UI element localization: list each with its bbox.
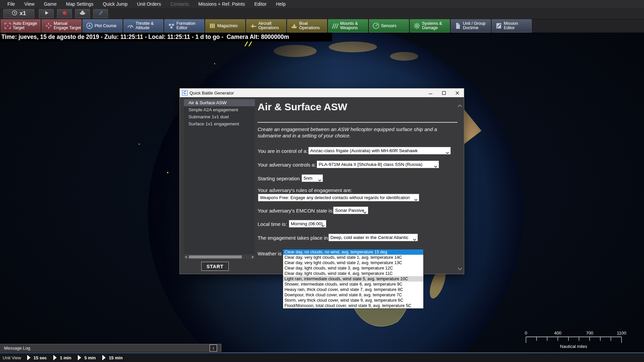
toolbar-unit-group-doctrine[interactable]: Unit / GroupDoctrine [451, 19, 491, 33]
ammo-icon [207, 22, 217, 30]
menu-bar: File View Game Map Settings Quick Jump U… [0, 0, 644, 8]
scroll-right-icon[interactable] [252, 256, 254, 258]
menu-unit-orders[interactable]: Unit Orders [132, 0, 166, 8]
menu-file[interactable]: File [3, 0, 20, 8]
scenario-item-air-surface-asw[interactable]: Air & Surface ASW [184, 99, 255, 106]
scenario-heading: Air & Surface ASW [258, 101, 347, 113]
toolbar-formation-editor[interactable]: FormationEditor [164, 19, 204, 33]
control-label: You are in control of a: [258, 148, 308, 154]
chevron-down-icon [318, 177, 321, 182]
weather-option[interactable]: Flood/Monsoon, total cloud cover, wind s… [283, 303, 423, 308]
scenario-item-surface-1v1[interactable]: Surface 1v1 engagement [184, 120, 255, 127]
weather-listbox[interactable]: Clear day, no clouds, no wind, avg. temp… [283, 249, 424, 309]
toolbar-label: Target [13, 26, 37, 30]
toolbar-throttle-altitude[interactable]: Throttle &Altitude [123, 19, 163, 33]
pointer-button[interactable] [93, 9, 108, 18]
time-compression-value: x1 [20, 10, 26, 17]
toolbar-label: Plot Course [95, 24, 116, 28]
toolbar-sensors[interactable]: Sensors [369, 19, 409, 33]
chevron-down-icon [414, 197, 418, 201]
chevron-down-icon [434, 164, 437, 168]
toolbar-boat-operations[interactable]: BoatOperations [287, 19, 327, 33]
play-step-icon [27, 355, 31, 360]
play-button[interactable] [39, 9, 54, 18]
dialog-titlebar[interactable]: C Quick Battle Generator [180, 88, 464, 97]
weather-option[interactable]: Heavy rain, thick cloud cover, wind stat… [283, 287, 423, 292]
toolbar-aircraft-operations[interactable]: AircraftOperations [246, 19, 286, 33]
toolbar-manual-engage-target[interactable]: ManualEngage Target [42, 19, 82, 33]
scenario-item-simple-a2a[interactable]: Simple A2A engagement [184, 106, 255, 113]
emcon-select[interactable]: Sonar Passive [333, 206, 368, 214]
location-select[interactable]: Deep, cold water in the Central Atlantic [328, 234, 418, 241]
time-step-15sec[interactable]: 15 sec [27, 355, 47, 360]
document-pencil-icon [494, 22, 504, 30]
weather-option[interactable]: Downpour, thick cloud cover, wind state … [283, 292, 423, 298]
chevron-down-icon [446, 150, 449, 155]
toolbar-magazines[interactable]: Magazines [205, 19, 245, 33]
separation-select-value: 5nm [304, 176, 312, 181]
message-log-bar[interactable]: Message Log ↑ [0, 344, 221, 352]
roe-select[interactable]: Weapons Free: Engage any detected contac… [258, 194, 419, 201]
minimize-button[interactable] [424, 88, 437, 97]
menu-game[interactable]: Game [39, 0, 61, 8]
time-step-15min[interactable]: 15 min [102, 355, 122, 360]
menu-help[interactable]: Help [271, 0, 290, 8]
content-scroll-down-icon[interactable] [458, 265, 462, 272]
menu-missions-ref-points[interactable]: Missions + Ref. Points [194, 0, 250, 8]
weather-option[interactable]: Storm, very thick cloud cover, wind stat… [283, 298, 423, 303]
menu-quick-jump[interactable]: Quick Jump [98, 0, 132, 8]
weather-option[interactable]: Clear day, very light clouds, wind state… [283, 260, 423, 265]
start-button[interactable]: START [201, 262, 229, 271]
play-step-icon [53, 355, 57, 360]
chevron-down-icon [363, 209, 367, 214]
maximize-button[interactable] [437, 88, 450, 97]
weather-option[interactable]: Clear day, light clouds, wind state 3, a… [283, 265, 423, 271]
content-scroll-up-icon[interactable] [458, 103, 462, 109]
message-log-expand-button[interactable]: ↑ [210, 345, 217, 352]
menu-view[interactable]: View [20, 0, 39, 8]
time-compression-button[interactable]: x1 [3, 9, 34, 18]
scenario-list-hscrollbar[interactable] [184, 255, 255, 259]
heading-divider [258, 122, 458, 123]
toolbar-label: Sensors [381, 24, 396, 28]
adversary-select[interactable]: PLA-971M Akula II [Shchuka-B] class SSN … [317, 161, 439, 168]
weather-option[interactable]: Light rain, intermediate clouds, wind st… [283, 276, 423, 282]
toolbar-mission-editor[interactable]: MissionEditor [492, 19, 532, 33]
scale-tick-label: 0 [525, 330, 527, 336]
local-time-select[interactable]: Morning (06:00) [289, 220, 326, 228]
time-step-label: 15 sec [34, 355, 47, 360]
chevron-down-icon [321, 223, 325, 228]
roe-select-value: Weapons Free: Engage any detected contac… [260, 195, 410, 200]
document-icon [453, 22, 463, 30]
speed-control-row: x1 [0, 8, 644, 19]
toolbar-label: Engage Target [54, 26, 81, 30]
scroll-left-icon[interactable] [185, 256, 187, 258]
weather-option[interactable]: Clear day, no clouds, no wind, avg. temp… [283, 249, 423, 255]
emcon-select-value: Sonar Passive [335, 208, 364, 213]
time-step-label: 5 min [84, 355, 96, 360]
time-step-5min[interactable]: 5 min [78, 355, 96, 360]
play-step-icon [78, 355, 81, 360]
menu-map-settings[interactable]: Map Settings [61, 0, 98, 8]
close-button[interactable] [450, 88, 464, 97]
control-select[interactable]: Anzac-class frigate (Australia) with MH-… [308, 147, 451, 155]
weather-option[interactable]: Shower, intermediate clouds, wind state … [283, 282, 423, 287]
scenario-item-submarine-1v1[interactable]: Submarine 1v1 duel [184, 113, 255, 120]
hscroll-thumb[interactable] [189, 255, 242, 258]
snapshot-button[interactable] [75, 9, 90, 18]
record-button[interactable] [57, 9, 72, 18]
scale-tick-label: 400 [554, 330, 561, 336]
record-icon [62, 10, 67, 17]
toolbar-plot-course[interactable]: Plot Course [83, 19, 122, 33]
toolbar-mounts-weapons[interactable]: Mounts &Weapons [328, 19, 368, 33]
toolbar-systems-damage[interactable]: Systems &Damage [410, 19, 450, 33]
time-step-1min[interactable]: 1 min [53, 355, 71, 360]
toolbar-auto-engage-target[interactable]: Auto EngageTarget [1, 19, 41, 33]
dialog-title: Quick Battle Generator [190, 90, 234, 96]
location-select-value: Deep, cold water in the Central Atlantic [330, 235, 409, 240]
local-time-select-value: Morning (06:00) [291, 221, 323, 226]
weather-option[interactable]: Clear day, light clouds, wind state 4, a… [283, 271, 423, 276]
separation-select[interactable]: 5nm [302, 174, 323, 182]
weather-option[interactable]: Clear day, very light clouds, wind state… [283, 255, 423, 260]
menu-editor[interactable]: Editor [250, 0, 271, 8]
